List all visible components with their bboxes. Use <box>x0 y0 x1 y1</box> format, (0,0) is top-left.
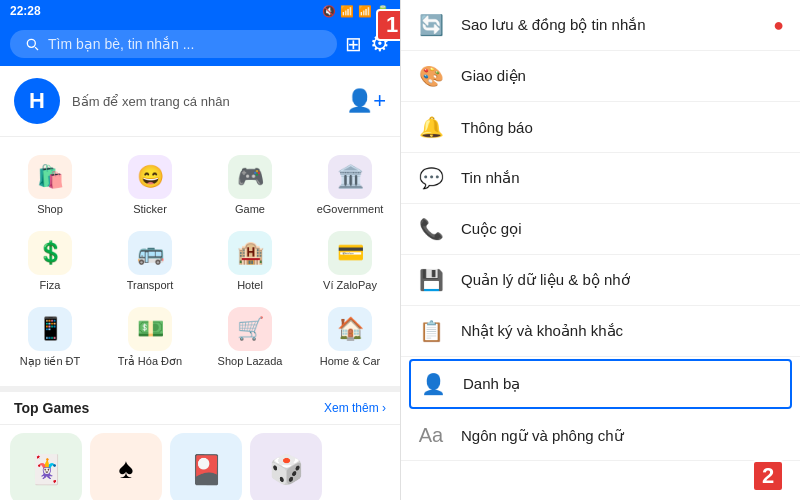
menu-text-0: Sao lưu & đồng bộ tin nhắn <box>461 16 757 34</box>
menu-item-1[interactable]: 🎨Giao diện <box>401 51 800 102</box>
app-item[interactable]: 🏛️ eGovernment <box>300 147 400 223</box>
top-games-row: Top Games Xem thêm › <box>0 392 400 425</box>
menu-item-6[interactable]: 📋Nhật ký và khoảnh khắc <box>401 306 800 357</box>
app-icon: 🏨 <box>228 231 272 275</box>
menu-alert-icon: ● <box>773 15 784 36</box>
app-icon: 😄 <box>128 155 172 199</box>
status-bar: 22:28 🔇 📶 📶 🔋 <box>0 0 400 22</box>
app-item[interactable]: 💲 Fiza <box>0 223 100 299</box>
right-panel: 🔄Sao lưu & đồng bộ tin nhắn●🎨Giao diện🔔T… <box>400 0 800 500</box>
app-label: Shop Lazada <box>218 355 283 367</box>
app-label: eGovernment <box>317 203 384 215</box>
menu-text-8: Ngôn ngữ và phông chữ <box>461 427 784 445</box>
app-icon: 💲 <box>28 231 72 275</box>
apps-grid: 🛍️ Shop 😄 Sticker 🎮 Game 🏛️ eGovernment … <box>0 137 400 392</box>
menu-icon-6: 📋 <box>417 319 445 343</box>
menu-item-8[interactable]: AaNgôn ngữ và phông chữ <box>401 411 800 461</box>
app-icon: 💳 <box>328 231 372 275</box>
app-label: Nạp tiền ĐT <box>20 355 80 368</box>
game-thumb[interactable]: ♠️ <box>90 433 162 500</box>
top-games-label: Top Games <box>14 400 89 416</box>
app-label: Sticker <box>133 203 167 215</box>
app-item[interactable]: 🏨 Hotel <box>200 223 300 299</box>
app-item[interactable]: 🛍️ Shop <box>0 147 100 223</box>
avatar: H <box>14 78 60 124</box>
add-friend-icon[interactable]: 👤+ <box>346 88 386 114</box>
menu-icon-5: 💾 <box>417 268 445 292</box>
menu-text-5: Quản lý dữ liệu & bộ nhớ <box>461 271 784 289</box>
menu-item-4[interactable]: 📞Cuộc gọi <box>401 204 800 255</box>
app-label: Game <box>235 203 265 215</box>
left-panel: 22:28 🔇 📶 📶 🔋 Tìm bạn bè, tin nhắn ... ⊞… <box>0 0 400 500</box>
app-icon: 🏛️ <box>328 155 372 199</box>
number-badge-1: 1 <box>376 9 400 41</box>
view-more-link[interactable]: Xem thêm › <box>324 401 386 415</box>
search-placeholder: Tìm bạn bè, tin nhắn ... <box>48 36 194 52</box>
app-icon: 🎮 <box>228 155 272 199</box>
app-item[interactable]: 😄 Sticker <box>100 147 200 223</box>
menu-icon-3: 💬 <box>417 166 445 190</box>
menu-icon-2: 🔔 <box>417 115 445 139</box>
menu-icon-1: 🎨 <box>417 64 445 88</box>
menu-item-2[interactable]: 🔔Thông báo <box>401 102 800 153</box>
app-item[interactable]: 🎮 Game <box>200 147 300 223</box>
app-icon: 💵 <box>128 307 172 351</box>
search-icon <box>24 36 40 52</box>
status-time: 22:28 <box>10 4 41 18</box>
menu-icon-8: Aa <box>417 424 445 447</box>
settings-icon-wrap: ⚙ ! 1 <box>370 31 390 57</box>
game-thumb[interactable]: 🎲 <box>250 433 322 500</box>
menu-icon-0: 🔄 <box>417 13 445 37</box>
games-row: 🃏♠️🎴🎲 <box>0 425 400 500</box>
menu-text-1: Giao diện <box>461 67 784 85</box>
app-item[interactable]: 💵 Trả Hóa Đơn <box>100 299 200 376</box>
game-thumb[interactable]: 🃏 <box>10 433 82 500</box>
menu-item-0[interactable]: 🔄Sao lưu & đồng bộ tin nhắn● <box>401 0 800 51</box>
app-icon: 🛍️ <box>28 155 72 199</box>
menu-text-7: Danh bạ <box>463 375 782 393</box>
app-icon: 🏠 <box>328 307 372 351</box>
menu-text-4: Cuộc gọi <box>461 220 784 238</box>
menu-item-3[interactable]: 💬Tin nhắn <box>401 153 800 204</box>
number-badge-2: 2 <box>752 460 784 492</box>
menu-text-6: Nhật ký và khoảnh khắc <box>461 322 784 340</box>
app-icon: 🛒 <box>228 307 272 351</box>
menu-text-2: Thông báo <box>461 119 784 136</box>
search-input-wrap[interactable]: Tìm bạn bè, tin nhắn ... <box>10 30 337 58</box>
qr-icon[interactable]: ⊞ <box>345 32 362 56</box>
menu-icon-4: 📞 <box>417 217 445 241</box>
menu-icon-7: 👤 <box>419 372 447 396</box>
app-label: Shop <box>37 203 63 215</box>
app-icon: 🚌 <box>128 231 172 275</box>
app-item[interactable]: 💳 Ví ZaloPay <box>300 223 400 299</box>
app-icon: 📱 <box>28 307 72 351</box>
app-label: Hotel <box>237 279 263 291</box>
app-label: Fiza <box>40 279 61 291</box>
app-item[interactable]: 📱 Nạp tiền ĐT <box>0 299 100 376</box>
app-item[interactable]: 🛒 Shop Lazada <box>200 299 300 376</box>
menu-item-7[interactable]: 👤Danh bạ <box>409 359 792 409</box>
app-item[interactable]: 🏠 Home & Car <box>300 299 400 376</box>
menu-text-3: Tin nhắn <box>461 169 784 187</box>
app-label: Trả Hóa Đơn <box>118 355 182 368</box>
app-label: Home & Car <box>320 355 381 367</box>
app-item[interactable]: 🚌 Transport <box>100 223 200 299</box>
profile-row[interactable]: H Bấm để xem trang cá nhân 👤+ <box>0 66 400 137</box>
menu-item-5[interactable]: 💾Quản lý dữ liệu & bộ nhớ <box>401 255 800 306</box>
game-thumb[interactable]: 🎴 <box>170 433 242 500</box>
app-label: Transport <box>127 279 174 291</box>
profile-hint: Bấm để xem trang cá nhân <box>72 94 230 109</box>
app-label: Ví ZaloPay <box>323 279 377 291</box>
search-bar: Tìm bạn bè, tin nhắn ... ⊞ ⚙ ! 1 <box>0 22 400 66</box>
